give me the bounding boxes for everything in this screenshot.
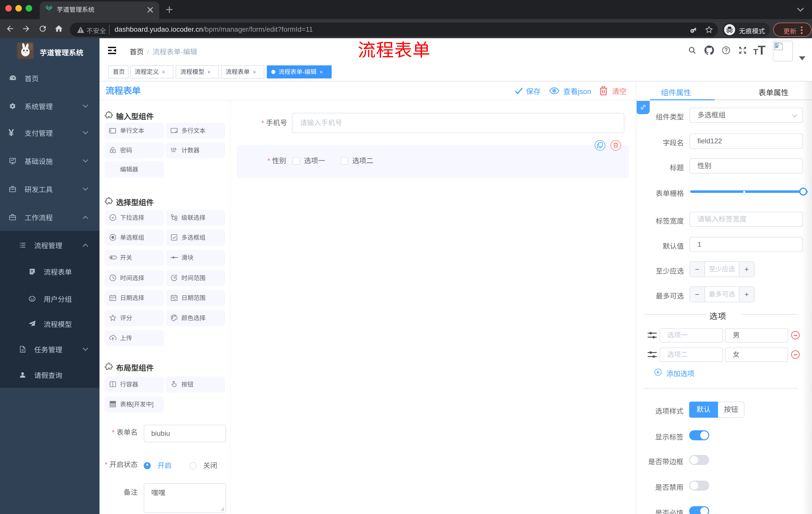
svg-text:123: 123: [171, 147, 176, 151]
